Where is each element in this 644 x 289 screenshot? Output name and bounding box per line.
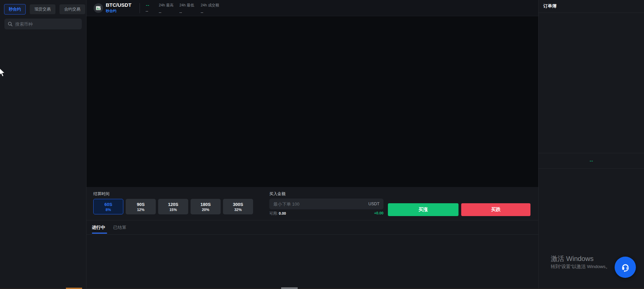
pair-header: BTC/USDT 秒合约 -- -- 24h 最高 -- 24h 最低 -- 2… xyxy=(86,0,538,16)
active-tab-underline xyxy=(92,233,107,234)
duration-60s[interactable]: 60S 8% xyxy=(93,199,123,214)
buy-down-button[interactable]: 买跌 xyxy=(461,203,530,216)
buy-up-button[interactable]: 买涨 xyxy=(388,203,459,216)
available-balance: 可用:0.00 xyxy=(269,211,286,216)
duration-rate: 15% xyxy=(169,208,177,212)
expected-profit: +0.00 xyxy=(356,211,383,215)
stat-label: 24h 最低 xyxy=(179,3,194,8)
tab-in-progress[interactable]: 进行中 xyxy=(92,225,105,231)
available-label: 可用: xyxy=(269,211,278,215)
market-type-tabs: 秒合约 现货交易 合约交易 xyxy=(4,4,85,15)
tab-spot-trading[interactable]: 现货交易 xyxy=(30,4,55,14)
last-price-fiat: -- xyxy=(146,9,148,13)
price-chart-area[interactable] xyxy=(86,16,538,187)
duration-label: 90S xyxy=(137,202,145,207)
trade-panel: 结算时间 60S 8% 90S 12% 120S 15% 180S 20% 30… xyxy=(86,187,538,220)
settle-time-label: 结算时间 xyxy=(93,191,109,197)
header-divider xyxy=(140,3,140,13)
orderbook-asks xyxy=(539,13,644,153)
sidebar: 秒合约 现货交易 合约交易 xyxy=(0,0,86,289)
app-root: 秒合约 现货交易 合约交易 BTC/USDT 秒合 xyxy=(0,0,644,289)
orderbook-mid-price: -- xyxy=(590,158,593,163)
orderbook-panel: 订单簿 -- 激活 Windows 转到“设置”以激活 Windows。 xyxy=(538,0,644,289)
coin-logo-broken-image-icon xyxy=(94,3,103,13)
search-input[interactable] xyxy=(15,22,78,27)
mouse-cursor xyxy=(0,68,6,79)
stat-value: -- xyxy=(159,10,173,14)
amount-input-box[interactable]: USDT xyxy=(269,199,383,209)
duration-label: 300S xyxy=(233,202,243,207)
stat-value: -- xyxy=(201,10,219,14)
duration-300s[interactable]: 300S 32% xyxy=(223,199,253,214)
customer-support-button[interactable] xyxy=(615,257,636,278)
windows-activation-watermark-line2: 转到“设置”以激活 Windows。 xyxy=(551,264,610,270)
duration-label: 180S xyxy=(200,202,210,207)
amount-label: 买入金额 xyxy=(269,191,286,197)
tab-contract-trading[interactable]: 合约交易 xyxy=(59,4,85,14)
duration-options: 60S 8% 90S 12% 120S 15% 180S 20% 300S 32… xyxy=(93,199,253,214)
duration-rate: 12% xyxy=(137,208,144,212)
duration-rate: 20% xyxy=(202,208,209,212)
duration-90s[interactable]: 90S 12% xyxy=(126,199,156,214)
stat-24h-high: 24h 最高 -- xyxy=(159,3,173,14)
search-icon xyxy=(8,22,13,26)
horizontal-scrollbar-thumb[interactable] xyxy=(281,287,298,289)
stat-label: 24h 最高 xyxy=(159,3,173,8)
stat-24h-low: 24h 最低 -- xyxy=(179,3,194,14)
orderbook-title: 订单簿 xyxy=(543,3,556,9)
duration-rate: 8% xyxy=(106,208,111,212)
last-price: -- xyxy=(146,3,150,8)
duration-120s[interactable]: 120S 15% xyxy=(158,199,188,214)
headset-icon xyxy=(620,262,631,273)
amount-unit: USDT xyxy=(368,202,379,206)
windows-activation-watermark-line1: 激活 Windows xyxy=(551,254,594,263)
stat-24h-volume: 24h 成交额 -- xyxy=(201,3,219,14)
available-value: 0.00 xyxy=(279,211,286,215)
orderbook-mid-row: -- xyxy=(539,153,644,169)
stat-value: -- xyxy=(179,10,194,14)
tab-seconds-contract[interactable]: 秒合约 xyxy=(4,4,26,15)
duration-180s[interactable]: 180S 20% xyxy=(191,199,221,214)
duration-label: 60S xyxy=(104,202,112,207)
amount-input[interactable] xyxy=(273,202,366,207)
duration-label: 120S xyxy=(168,202,178,207)
coin-search[interactable] xyxy=(4,19,82,29)
duration-rate: 32% xyxy=(234,208,242,212)
pair-symbol[interactable]: BTC/USDT xyxy=(106,2,131,8)
stat-label: 24h 成交额 xyxy=(201,3,219,8)
page-loading-bar xyxy=(66,288,82,289)
tab-settled[interactable]: 已结算 xyxy=(113,225,126,231)
pair-market-tag: 秒合约 xyxy=(106,9,117,14)
orders-section: 进行中 已结算 xyxy=(86,220,538,235)
